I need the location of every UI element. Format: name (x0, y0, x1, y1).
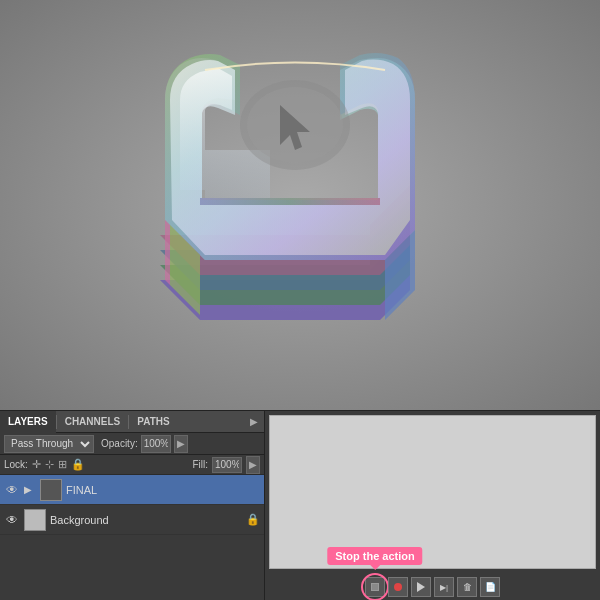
layers-controls: Pass Through Opacity: ▶ (0, 433, 264, 455)
play-icon (417, 582, 425, 592)
actions-panel: Stop the action ▶| 🗑 📄 (265, 411, 600, 600)
layer-visibility-background[interactable]: 👁 (4, 512, 20, 528)
blend-mode-select[interactable]: Pass Through (4, 435, 94, 453)
layer-item-background[interactable]: 👁 Background 🔒 (0, 505, 264, 535)
stop-icon (371, 583, 379, 591)
lock-pixels-icon[interactable]: ⊞ (58, 458, 67, 471)
opacity-label: Opacity: (101, 438, 138, 449)
holographic-artwork (140, 50, 460, 360)
channels-tab[interactable]: CHANNELS (57, 411, 129, 433)
panel-menu-arrow[interactable]: ▶ (244, 416, 264, 427)
layer-name-background: Background (50, 514, 242, 526)
step-action-button[interactable]: ▶| (434, 577, 454, 597)
layer-expand-final[interactable]: ▶ (24, 484, 36, 495)
panel-tabs: LAYERS CHANNELS PATHS ▶ (0, 411, 264, 433)
lock-all-icon[interactable]: 🔒 (71, 458, 85, 471)
fill-label: Fill: (192, 459, 208, 470)
record-action-button[interactable] (388, 577, 408, 597)
stop-tooltip: Stop the action (327, 547, 422, 565)
layers-list: 👁 ▶ FINAL 👁 Background 🔒 (0, 475, 264, 600)
play-action-button[interactable] (411, 577, 431, 597)
step-icon: ▶| (440, 583, 448, 592)
lock-move-icon[interactable]: ⊹ (45, 458, 54, 471)
delete-action-button[interactable]: 🗑 (457, 577, 477, 597)
stop-btn-container: Stop the action (365, 577, 385, 597)
new-action-button[interactable]: 📄 (480, 577, 500, 597)
layers-panel: LAYERS CHANNELS PATHS ▶ Pass Through Opa… (0, 411, 265, 600)
stop-action-button[interactable] (365, 577, 385, 597)
record-icon (394, 583, 402, 591)
layer-name-final: FINAL (66, 484, 260, 496)
fill-input[interactable] (212, 457, 242, 473)
layer-item-final[interactable]: 👁 ▶ FINAL (0, 475, 264, 505)
layer-thumb-background (24, 509, 46, 531)
opacity-arrow[interactable]: ▶ (174, 435, 188, 453)
lock-pos-icon[interactable]: ✛ (32, 458, 41, 471)
layers-tab[interactable]: LAYERS (0, 411, 56, 433)
paths-tab[interactable]: PATHS (129, 411, 177, 433)
opacity-input[interactable] (141, 435, 171, 453)
lock-label: Lock: (4, 459, 28, 470)
lock-row: Lock: ✛ ⊹ ⊞ 🔒 Fill: ▶ (0, 455, 264, 475)
layer-thumb-final (40, 479, 62, 501)
bottom-panel: LAYERS CHANNELS PATHS ▶ Pass Through Opa… (0, 410, 600, 600)
fill-arrow[interactable]: ▶ (246, 456, 260, 474)
new-icon: 📄 (485, 582, 496, 592)
actions-toolbar: Stop the action ▶| 🗑 📄 (265, 573, 600, 600)
main-canvas (0, 0, 600, 410)
delete-icon: 🗑 (463, 582, 472, 592)
actions-canvas-area (269, 415, 596, 569)
layer-visibility-final[interactable]: 👁 (4, 482, 20, 498)
layer-lock-background: 🔒 (246, 513, 260, 526)
